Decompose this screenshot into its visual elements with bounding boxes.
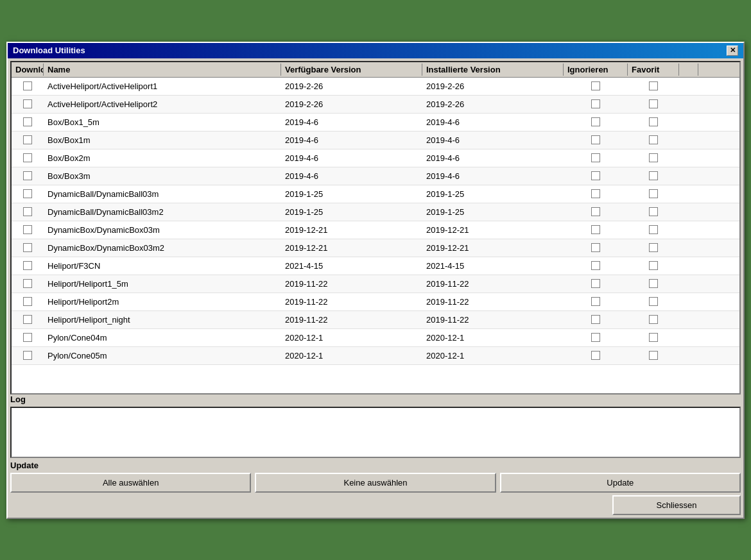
download-checkbox[interactable] (23, 189, 32, 198)
col-name: Name (44, 64, 281, 76)
row-name: Box/Box1m (44, 134, 281, 146)
favorit-checkbox-cell (628, 152, 679, 164)
col-download: Download (12, 64, 44, 76)
log-section (10, 407, 741, 458)
scroll-space (679, 282, 698, 285)
row-installed-version: 2019-1-25 (422, 206, 564, 218)
download-checkbox[interactable] (23, 351, 32, 360)
favorit-checkbox[interactable] (649, 315, 658, 324)
ignorieren-checkbox[interactable] (591, 189, 600, 198)
row-available-version: 2021-4-15 (281, 260, 422, 272)
download-checkbox[interactable] (23, 117, 32, 126)
favorit-checkbox-cell (628, 278, 679, 289)
row-name: Heliport/Heliport2m (44, 296, 281, 308)
row-available-version: 2020-12-1 (281, 332, 422, 344)
row-available-version: 2019-1-25 (281, 206, 422, 218)
favorit-checkbox[interactable] (649, 297, 658, 306)
col-scroll-space (679, 64, 698, 76)
ignorieren-checkbox[interactable] (591, 153, 600, 162)
ignorieren-checkbox[interactable] (591, 171, 600, 180)
ignorieren-checkbox[interactable] (591, 261, 600, 270)
row-name: DynamicBox/DynamicBox03m (44, 224, 281, 236)
download-checkbox[interactable] (23, 297, 32, 306)
download-table: Download Name Verfügbare Version Install… (10, 61, 741, 395)
ignorieren-checkbox-cell (564, 224, 628, 235)
download-checkbox[interactable] (23, 81, 32, 90)
ignorieren-checkbox[interactable] (591, 279, 600, 288)
download-checkbox[interactable] (23, 153, 32, 162)
favorit-checkbox[interactable] (649, 153, 658, 162)
favorit-checkbox-cell (628, 80, 679, 92)
download-checkbox-cell (12, 116, 44, 128)
ignorieren-checkbox-cell (564, 116, 628, 128)
download-checkbox[interactable] (23, 243, 32, 252)
update-section: Update Alle auswählen Keine auswählen Up… (10, 461, 741, 515)
scroll-space (679, 264, 698, 267)
download-checkbox[interactable] (23, 99, 32, 108)
favorit-checkbox[interactable] (649, 81, 658, 90)
ignorieren-checkbox[interactable] (591, 207, 600, 216)
favorit-checkbox[interactable] (649, 225, 658, 234)
favorit-checkbox[interactable] (649, 99, 658, 108)
download-checkbox[interactable] (23, 135, 32, 144)
row-name: DynamicBall/DynamicBall03m (44, 188, 281, 200)
favorit-checkbox[interactable] (649, 117, 658, 126)
select-all-button[interactable]: Alle auswählen (10, 473, 251, 493)
favorit-checkbox-cell (628, 170, 679, 182)
favorit-checkbox[interactable] (649, 261, 658, 270)
ignorieren-checkbox[interactable] (591, 333, 600, 342)
favorit-checkbox[interactable] (649, 189, 658, 198)
ignorieren-checkbox[interactable] (591, 315, 600, 324)
ignorieren-checkbox[interactable] (591, 297, 600, 306)
table-row: Box/Box1m2019-4-62019-4-6 (12, 132, 739, 149)
download-checkbox[interactable] (23, 261, 32, 270)
favorit-checkbox[interactable] (649, 243, 658, 252)
download-checkbox[interactable] (23, 207, 32, 216)
select-none-button[interactable]: Keine auswählen (255, 473, 496, 493)
download-checkbox-cell (12, 188, 44, 199)
table-row: DynamicBox/DynamicBox03m22019-12-212019-… (12, 239, 739, 257)
ignorieren-checkbox[interactable] (591, 225, 600, 234)
ignorieren-checkbox[interactable] (591, 351, 600, 360)
favorit-checkbox[interactable] (649, 351, 658, 360)
table-row: Heliport/Heliport_night2019-11-222019-11… (12, 311, 739, 329)
favorit-checkbox[interactable] (649, 333, 658, 342)
table-row: DynamicBall/DynamicBall03m2019-1-252019-… (12, 185, 739, 203)
row-installed-version: 2020-12-1 (422, 350, 564, 362)
row-name: Box/Box1_5m (44, 116, 281, 128)
download-checkbox-cell (12, 170, 44, 182)
row-name: Box/Box2m (44, 152, 281, 164)
download-checkbox[interactable] (23, 315, 32, 324)
favorit-checkbox[interactable] (649, 135, 658, 144)
ignorieren-checkbox[interactable] (591, 135, 600, 144)
row-available-version: 2019-1-25 (281, 188, 422, 200)
col-installed: Installierte Version (422, 64, 564, 76)
close-dialog-button[interactable]: Schliessen (612, 495, 741, 515)
close-button[interactable]: ✕ (727, 46, 738, 56)
download-checkbox[interactable] (23, 225, 32, 234)
ignorieren-checkbox[interactable] (591, 117, 600, 126)
favorit-checkbox-cell (628, 134, 679, 146)
download-checkbox-cell (12, 278, 44, 289)
row-available-version: 2019-11-22 (281, 296, 422, 308)
favorit-checkbox[interactable] (649, 207, 658, 216)
download-checkbox[interactable] (23, 279, 32, 288)
update-button[interactable]: Update (500, 473, 741, 493)
favorit-checkbox-cell (628, 332, 679, 343)
ignorieren-checkbox-cell (564, 260, 628, 271)
table-body[interactable]: ActiveHeliport/ActiveHeliport12019-2-262… (12, 78, 739, 393)
favorit-checkbox[interactable] (649, 279, 658, 288)
scroll-space (679, 192, 698, 195)
row-installed-version: 2019-12-21 (422, 242, 564, 254)
download-checkbox-cell (12, 314, 44, 325)
favorit-checkbox[interactable] (649, 171, 658, 180)
ignorieren-checkbox-cell (564, 206, 628, 217)
ignorieren-checkbox[interactable] (591, 81, 600, 90)
download-checkbox[interactable] (23, 333, 32, 342)
ignorieren-checkbox[interactable] (591, 243, 600, 252)
ignorieren-checkbox[interactable] (591, 99, 600, 108)
row-installed-version: 2021-4-15 (422, 260, 564, 272)
ignorieren-checkbox-cell (564, 152, 628, 164)
download-checkbox[interactable] (23, 171, 32, 180)
table-row: Pylon/Cone05m2020-12-12020-12-1 (12, 347, 739, 365)
